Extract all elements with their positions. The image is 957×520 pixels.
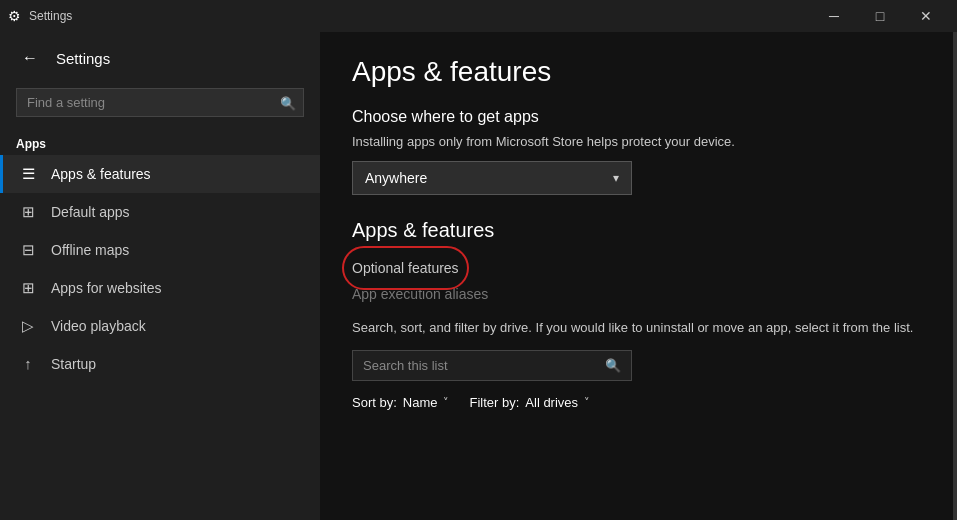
choose-description: Installing apps only from Microsoft Stor… (352, 134, 921, 149)
sidebar-item-label-apps-websites: Apps for websites (51, 280, 162, 296)
apps-features-icon: ☰ (19, 165, 37, 183)
minimize-button[interactable]: ─ (811, 0, 857, 32)
apps-features-sub-title: Apps & features (352, 219, 921, 242)
title-bar-controls: ─ □ ✕ (811, 0, 949, 32)
sidebar-top: ← Settings (0, 32, 320, 80)
sidebar-item-apps-websites[interactable]: ⊞ Apps for websites (0, 269, 320, 307)
title-bar-left: ⚙ Settings (8, 8, 72, 24)
filter-by-item[interactable]: Filter by: All drives ˅ (469, 395, 590, 410)
dropdown-value: Anywhere (365, 170, 427, 186)
sort-label: Sort by: (352, 395, 397, 410)
maximize-button[interactable]: □ (857, 0, 903, 32)
sidebar-item-video-playback[interactable]: ▷ Video playback (0, 307, 320, 345)
back-button[interactable]: ← (16, 44, 44, 72)
search-list-placeholder: Search this list (363, 358, 448, 373)
scroll-indicator (953, 32, 957, 520)
search-box: 🔍 (16, 88, 304, 117)
sort-value: Name (403, 395, 438, 410)
optional-features-link[interactable]: Optional features (352, 254, 459, 282)
sort-filter-row: Sort by: Name ˅ Filter by: All drives ˅ (352, 395, 921, 410)
find-setting-search-icon: 🔍 (280, 95, 296, 110)
sidebar-app-title: Settings (56, 50, 110, 67)
sidebar-item-label-startup: Startup (51, 356, 96, 372)
video-playback-icon: ▷ (19, 317, 37, 335)
close-button[interactable]: ✕ (903, 0, 949, 32)
content-area: Apps & features Choose where to get apps… (320, 32, 953, 520)
startup-icon: ↑ (19, 355, 37, 372)
sidebar: ← Settings 🔍 Apps ☰ Apps & features ⊞ De… (0, 32, 320, 520)
search-filter-section: Search, sort, and filter by drive. If yo… (352, 318, 921, 410)
offline-maps-icon: ⊟ (19, 241, 37, 259)
title-bar: ⚙ Settings ─ □ ✕ (0, 0, 957, 32)
sort-by-item[interactable]: Sort by: Name ˅ (352, 395, 449, 410)
sidebar-item-label-apps-features: Apps & features (51, 166, 151, 182)
filter-value: All drives (525, 395, 578, 410)
search-list-box[interactable]: Search this list 🔍 (352, 350, 632, 381)
sidebar-item-label-offline-maps: Offline maps (51, 242, 129, 258)
search-list-icon: 🔍 (605, 358, 621, 373)
get-apps-dropdown[interactable]: Anywhere ▾ (352, 161, 632, 195)
optional-features-wrapper: Optional features (352, 254, 459, 282)
default-apps-icon: ⊞ (19, 203, 37, 221)
sidebar-section-label: Apps (0, 129, 320, 155)
filter-chevron-icon: ˅ (584, 396, 590, 409)
sidebar-item-offline-maps[interactable]: ⊟ Offline maps (0, 231, 320, 269)
search-description: Search, sort, and filter by drive. If yo… (352, 318, 921, 338)
sidebar-item-startup[interactable]: ↑ Startup (0, 345, 320, 382)
apps-websites-icon: ⊞ (19, 279, 37, 297)
dropdown-arrow-icon: ▾ (613, 171, 619, 185)
apps-features-section: Apps & features Optional features App ex… (352, 219, 921, 302)
settings-icon: ⚙ (8, 8, 21, 24)
find-setting-input[interactable] (16, 88, 304, 117)
sidebar-item-apps-features[interactable]: ☰ Apps & features (0, 155, 320, 193)
choose-heading: Choose where to get apps (352, 108, 921, 126)
sort-chevron-icon: ˅ (443, 396, 449, 409)
sidebar-item-label-default-apps: Default apps (51, 204, 130, 220)
choose-section: Choose where to get apps Installing apps… (352, 108, 921, 195)
sidebar-item-default-apps[interactable]: ⊞ Default apps (0, 193, 320, 231)
app-execution-link[interactable]: App execution aliases (352, 286, 921, 302)
title-bar-title: Settings (29, 9, 72, 23)
main-container: ← Settings 🔍 Apps ☰ Apps & features ⊞ De… (0, 32, 957, 520)
filter-label: Filter by: (469, 395, 519, 410)
page-title: Apps & features (352, 56, 921, 88)
sidebar-item-label-video-playback: Video playback (51, 318, 146, 334)
